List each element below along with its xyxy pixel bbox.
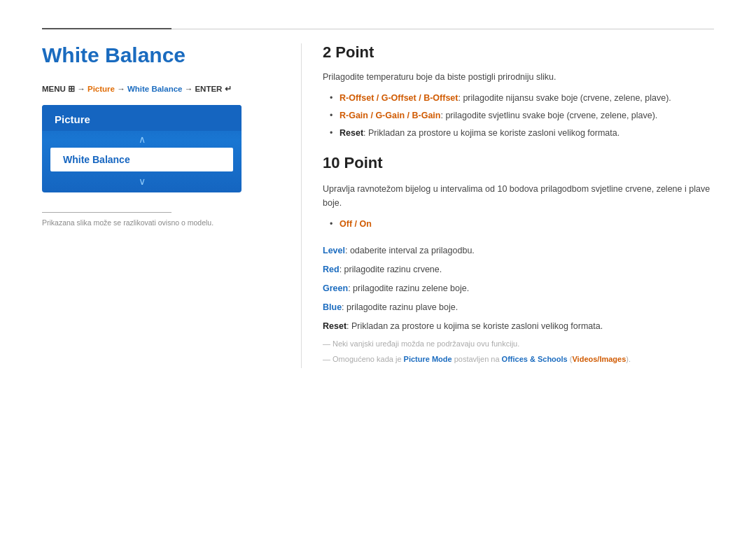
menu-white-balance: White Balance (127, 85, 183, 93)
two-point-desc: Prilagodite temperaturu boje da biste po… (323, 70, 714, 84)
two-col-layout: White Balance MENU ⊞ → Picture → White B… (42, 43, 714, 368)
offices-schools-label: Offices & Schools (502, 355, 568, 363)
reset-2pt-label: Reset (340, 128, 363, 138)
page-title: White Balance (42, 43, 287, 67)
menu-icon: ⊞ (68, 85, 75, 93)
blue-label: Blue (323, 302, 342, 312)
note-devices: Neki vanjski uređaji možda ne podržavaju… (323, 338, 714, 350)
note-enabled: Omogućeno kada je Picture Mode postavlje… (323, 353, 714, 365)
footnote-divider (42, 212, 172, 213)
roffset-desc: : prilagodite nijansu svake boje (crvene… (458, 93, 671, 103)
note-devices-text: Neki vanjski uređaji možda ne podržavaju… (332, 339, 519, 348)
rgain-desc: : prilagodite svjetlinu svake boje (crve… (440, 111, 657, 120)
note-enabled-mid: postavljen na (452, 355, 502, 363)
detail-green: Green: prilagodite razinu zelene boje. (323, 281, 714, 295)
two-point-bullets: R-Offset / G-Offset / B-Offset: prilagod… (323, 91, 714, 140)
menu-arrow2: → (117, 85, 127, 93)
detail-red: Red: prilagodite razinu crvene. (323, 262, 714, 276)
menu-arrow3: → (185, 85, 195, 93)
tv-menu-selected-item[interactable]: White Balance (50, 148, 233, 171)
tv-menu-arrow-up[interactable]: ∧ (42, 131, 241, 148)
rgain-label: R-Gain / G-Gain / B-Gain (340, 111, 440, 120)
detail-reset-10pt: Reset: Prikladan za prostore u kojima se… (323, 319, 714, 333)
tv-menu-header: Picture (42, 105, 241, 131)
green-desc: : prilagodite razinu zelene boje. (348, 283, 469, 293)
menu-label: MENU (42, 85, 66, 93)
reset-10pt-desc: : Prikladan za prostore u kojima se kori… (346, 321, 603, 331)
bullet-roffset: R-Offset / G-Offset / B-Offset: prilagod… (330, 91, 714, 105)
menu-path: MENU ⊞ → Picture → White Balance → ENTER… (42, 84, 287, 94)
ten-point-desc: Upravlja ravnotežom bijelog u intervalim… (323, 182, 714, 210)
red-label: Red (323, 265, 340, 274)
detail-blue: Blue: prilagodite razinu plave boje. (323, 300, 714, 314)
reset-10pt-label: Reset (323, 321, 346, 331)
tv-menu-arrow-down[interactable]: ∨ (42, 171, 241, 192)
chevron-down-icon: ∨ (139, 176, 146, 187)
detail-level: Level: odaberite interval za prilagodbu. (323, 244, 714, 258)
bullet-reset-2pt: Reset: Prikladan za prostore u kojima se… (330, 126, 714, 140)
right-column: 2 Point Prilagodite temperaturu boje da … (301, 43, 714, 368)
menu-picture: Picture (88, 85, 115, 93)
green-label: Green (323, 283, 348, 293)
picture-mode-label: Picture Mode (404, 355, 452, 363)
footnote-text: Prikazana slika može se razlikovati ovis… (42, 218, 287, 227)
note-enabled-prefix: Omogućeno kada je (332, 355, 404, 363)
ten-point-title: 10 Point (323, 154, 714, 172)
page-container: White Balance MENU ⊞ → Picture → White B… (0, 0, 756, 396)
roffset-label: R-Offset / G-Offset / B-Offset (340, 93, 458, 103)
reset-2pt-desc: : Prikladan za prostore u kojima se kori… (363, 128, 620, 138)
level-desc: : odaberite interval za prilagodbu. (345, 246, 475, 255)
bullet-rgain: R-Gain / G-Gain / B-Gain: prilagodite sv… (330, 108, 714, 122)
menu-enter: ENTER (195, 85, 224, 93)
red-desc: : prilagodite razinu crvene. (340, 265, 442, 274)
chevron-up-icon: ∧ (139, 134, 146, 145)
off-on-label: Off / On (340, 219, 372, 229)
note-suffix: ). (626, 355, 631, 363)
ten-point-bullets: Off / On (323, 217, 714, 231)
two-point-title: 2 Point (323, 43, 714, 62)
blue-desc: : prilagodite razinu plave boje. (342, 302, 458, 312)
tv-menu[interactable]: Picture ∧ White Balance ∨ (42, 105, 241, 192)
enter-icon: ↵ (225, 85, 232, 93)
level-label: Level (323, 246, 345, 255)
bullet-off-on: Off / On (330, 217, 714, 231)
left-column: White Balance MENU ⊞ → Picture → White B… (42, 43, 301, 368)
videos-images-label: Videos/Images (572, 355, 626, 363)
menu-arrow1: → (77, 85, 88, 93)
